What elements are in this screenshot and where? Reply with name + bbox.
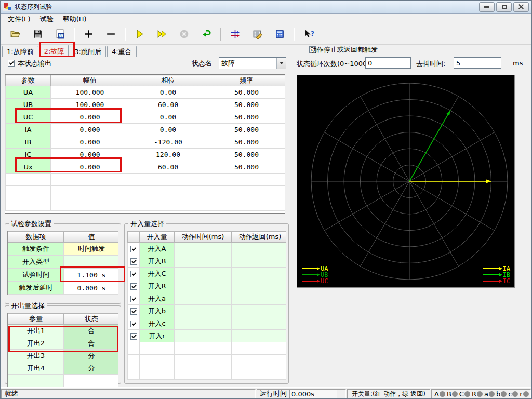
amplitude-cell[interactable]: 0.000 xyxy=(51,136,129,149)
toolbar-calculator-button[interactable] xyxy=(270,26,289,42)
frequency-cell[interactable]: 50.000 xyxy=(207,86,286,99)
input-enabled-checkbox[interactable] xyxy=(130,321,137,327)
menu-item-1[interactable]: 试验 xyxy=(35,14,58,24)
calculator-icon xyxy=(274,29,285,39)
toolbar-undo-button[interactable] xyxy=(197,26,216,42)
toolbar-report-button[interactable] xyxy=(248,26,267,42)
menu-item-0[interactable]: 文件(F) xyxy=(3,14,35,24)
input-checkbox-cell[interactable] xyxy=(128,305,140,317)
input-enabled-checkbox[interactable] xyxy=(130,246,137,252)
input-checkbox-cell[interactable] xyxy=(128,268,140,280)
action-time-cell xyxy=(175,255,232,268)
switch-indicator-A: A xyxy=(434,390,445,398)
loop-count-input[interactable] xyxy=(365,57,411,69)
legend-arrow-line xyxy=(483,274,499,275)
frequency-cell[interactable]: 50.000 xyxy=(207,149,286,161)
action-return-cell xyxy=(232,268,287,280)
input-checkbox-cell[interactable] xyxy=(128,330,140,342)
test-param-row: 开入类型 xyxy=(8,256,119,269)
input-enabled-checkbox[interactable] xyxy=(130,296,137,302)
value-cell[interactable] xyxy=(64,256,119,269)
output-state-cell[interactable]: 合 xyxy=(64,337,119,350)
help-icon: ? xyxy=(303,29,314,39)
tab-state-4[interactable]: 4:重合 xyxy=(107,46,137,57)
action-time-cell xyxy=(175,268,232,280)
value-cell[interactable]: 时间触发 xyxy=(64,243,119,256)
state-output-checkbox[interactable] xyxy=(8,60,15,66)
phase-cell[interactable]: 60.00 xyxy=(129,161,207,174)
phase-cell[interactable]: 60.00 xyxy=(129,99,207,111)
switch-indicator-r: r xyxy=(520,390,528,398)
input-enabled-checkbox[interactable] xyxy=(130,258,137,265)
parameter-table: 参数幅值相位频率UA100.0000.0050.000UB100.00060.0… xyxy=(5,74,285,214)
amplitude-cell[interactable]: 100.000 xyxy=(51,86,129,99)
input-checkbox-cell[interactable] xyxy=(128,243,140,255)
toolbar-run-button[interactable] xyxy=(130,26,149,42)
amplitude-cell[interactable]: 0.000 xyxy=(51,161,129,174)
param-name-cell: IA xyxy=(6,124,51,136)
toolbar-separator xyxy=(74,28,74,41)
toolbar-export-word-button[interactable]: W xyxy=(50,26,69,42)
indicator-dot xyxy=(489,391,495,397)
input-checkbox-cell[interactable] xyxy=(128,317,140,330)
indicator-dot xyxy=(477,391,483,397)
legend-arrow-head xyxy=(499,267,502,270)
output-state-cell[interactable]: 分 xyxy=(64,362,119,375)
tab-state-1[interactable]: 1:故障前 xyxy=(2,46,38,57)
debounce-input[interactable] xyxy=(454,57,501,69)
frequency-cell[interactable]: 50.000 xyxy=(207,136,286,149)
tab-state-3[interactable]: 3:跳闸后 xyxy=(70,46,106,57)
toolbar-save-button[interactable] xyxy=(28,26,47,42)
phase-cell[interactable]: 0.00 xyxy=(129,111,207,124)
input-enabled-checkbox[interactable] xyxy=(130,308,137,315)
amplitude-cell[interactable]: 0.000 xyxy=(51,111,129,124)
value-cell[interactable]: 1.100 s xyxy=(64,269,119,282)
input-checkbox-cell[interactable] xyxy=(128,255,140,268)
frequency-cell[interactable]: 50.000 xyxy=(207,124,286,136)
minimize-button[interactable] xyxy=(479,2,495,12)
output-state-cell[interactable]: 合 xyxy=(64,325,119,337)
test-param-row: 触发后延时0.000 s xyxy=(8,282,119,295)
undo-icon xyxy=(201,29,212,39)
chevron-down-icon[interactable] xyxy=(276,58,286,69)
amplitude-cell[interactable]: 100.000 xyxy=(51,99,129,111)
input-enabled-checkbox[interactable] xyxy=(130,271,137,277)
frequency-cell[interactable]: 50.000 xyxy=(207,111,286,124)
toolbar-help-button[interactable]: ? xyxy=(299,26,317,42)
input-enabled-checkbox[interactable] xyxy=(130,283,137,290)
toolbar-open-button[interactable] xyxy=(6,26,24,42)
output-state-cell[interactable]: 分 xyxy=(64,350,119,362)
phase-cell[interactable]: -120.00 xyxy=(129,136,207,149)
menu-item-2[interactable]: 帮助(H) xyxy=(58,14,91,24)
close-button[interactable] xyxy=(513,2,529,12)
input-checkbox-cell[interactable] xyxy=(128,280,140,292)
tab-state-2[interactable]: 2:故障 xyxy=(39,45,69,57)
toolbar-phasor-button[interactable] xyxy=(225,26,244,42)
input-row: 开入B xyxy=(128,255,287,268)
run-icon xyxy=(134,29,145,39)
frequency-cell[interactable]: 50.000 xyxy=(207,99,286,111)
frequency-cell[interactable]: 50.000 xyxy=(207,161,286,174)
phase-cell[interactable]: 0.00 xyxy=(129,124,207,136)
value-cell[interactable]: 0.000 s xyxy=(64,282,119,295)
action-time-cell xyxy=(175,280,232,292)
toolbar-run-continuous-button[interactable] xyxy=(152,26,171,42)
titlebar: 状态序列试验 xyxy=(1,1,531,14)
maximize-button[interactable] xyxy=(496,2,512,12)
state-name-combobox[interactable]: 故障 xyxy=(219,57,286,69)
toolbar-add-state-button[interactable] xyxy=(79,26,98,42)
window-title: 状态序列试验 xyxy=(15,3,52,11)
phase-cell[interactable]: 0.00 xyxy=(129,86,207,99)
minimize-icon xyxy=(484,6,489,8)
input-name-cell: 开入c xyxy=(140,317,175,330)
indicator-label: r xyxy=(520,390,522,398)
empty-cell xyxy=(6,198,51,211)
toolbar-stop-button[interactable] xyxy=(175,26,193,42)
empty-cell xyxy=(232,355,287,367)
toolbar-remove-state-button[interactable] xyxy=(101,26,120,42)
input-checkbox-cell[interactable] xyxy=(128,292,140,305)
amplitude-cell[interactable]: 0.000 xyxy=(51,149,129,161)
phase-cell[interactable]: 120.00 xyxy=(129,149,207,161)
input-enabled-checkbox[interactable] xyxy=(130,333,137,340)
amplitude-cell[interactable]: 0.000 xyxy=(51,124,129,136)
